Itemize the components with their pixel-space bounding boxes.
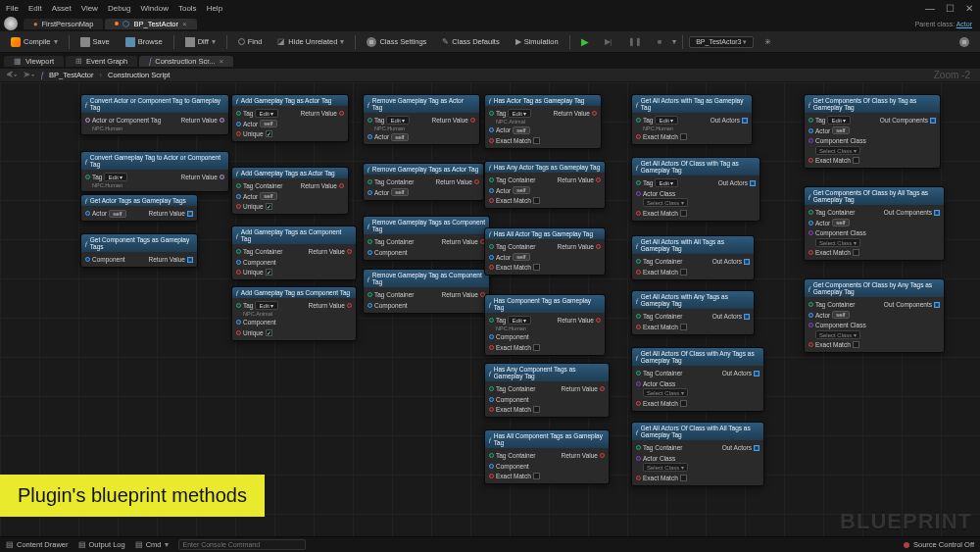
pin-row[interactable]: Tag ContainerOut Components [808,300,940,309]
blueprint-node[interactable]: fHas Component Tag as Gameplay TagTag Ed… [484,294,606,356]
cmd-label[interactable]: ▤Cmd▾ [135,540,169,549]
asset-tab-bp-testactor[interactable]: ⬡BP_TestActor × [105,19,196,29]
settings-button[interactable] [955,35,974,49]
pin-row[interactable]: Exact Match [489,196,601,205]
pin-row[interactable]: Unique [236,268,352,276]
pin-row[interactable]: Unique [236,202,344,211]
close-icon[interactable]: ✕ [962,3,976,14]
compile-button[interactable]: Compile▾ [6,35,63,49]
blueprint-node[interactable]: fHas All Actor Tag as Gameplay TagTag Co… [484,227,606,276]
pin-row[interactable]: Tag ContainerOut Components [808,208,940,217]
pin-row[interactable]: Component [236,258,352,267]
pin-row[interactable]: Tag ContainerOut Actors [636,443,760,452]
maximize-icon[interactable]: ☐ [943,3,956,14]
blueprint-node[interactable]: fAdd Gameplay Tags as Actor TagTag Conta… [231,167,349,215]
pin-row[interactable]: Actor Class [636,189,756,198]
pin-row[interactable]: Actor self [368,188,479,197]
pin-row[interactable]: Tag ContainerReturn Value [368,237,485,246]
save-button[interactable]: Save [75,35,115,49]
blueprint-node[interactable]: fConvert Gameplay Tag to Actor or Compon… [80,151,229,192]
pin-row[interactable]: Tag ContainerReturn Value [368,177,479,186]
source-control-button[interactable]: Source Control Off [904,540,974,549]
class-defaults-button[interactable]: ✎Class Defaults [437,35,504,48]
tab-construction-script[interactable]: fConstruction Scr...× [139,56,233,67]
browse-button[interactable]: Browse [121,35,168,49]
pin-row[interactable]: Tag ContainerReturn Value [236,247,352,256]
pin-row[interactable]: Exact Match [489,472,605,480]
tab-close-icon[interactable]: × [220,57,224,66]
pin-row[interactable]: Component Class [808,228,940,237]
pin-row[interactable]: Component [489,332,601,341]
pin-row[interactable]: Exact Match [636,399,760,408]
blueprint-node[interactable]: fGet Components Of Class by Any Tags as … [804,278,945,353]
locate-button[interactable]: ⛯ [760,35,777,48]
blueprint-node[interactable]: fGet All Actors with All Tags as Gamepla… [631,235,755,280]
pin-row[interactable]: Unique [236,328,352,337]
pin-row[interactable]: Component [236,318,352,326]
tab-event-graph[interactable]: ⊞Event Graph [66,56,137,67]
blueprint-node[interactable]: fGet Components Of Class by All Tags as … [804,186,945,261]
menu-edit[interactable]: Edit [28,4,42,13]
minimize-icon[interactable]: — [923,3,937,14]
hide-unrelated-button[interactable]: ◪Hide Unrelated▾ [272,35,349,48]
crumb-asset[interactable]: BP_TestActor [49,71,93,79]
pin-row[interactable]: Actor self [808,311,940,320]
menu-help[interactable]: Help [207,4,222,13]
pin-row[interactable]: Component [368,248,485,257]
tab-viewport[interactable]: ▦Viewport [4,56,64,67]
nav-back-icon[interactable]: ⮜▾ [6,71,18,79]
pin-row[interactable]: Component [368,301,485,310]
pin-row[interactable]: Actor self [808,219,940,227]
crumb-section[interactable]: Construction Script [108,71,170,79]
pin-row[interactable]: Exact Match [636,323,750,331]
pin-row[interactable]: Tag ContainerReturn Value [489,176,601,184]
pin-row[interactable]: Unique [236,129,344,138]
pin-row[interactable]: Exact Match [808,248,940,257]
pin-row[interactable]: Actor self [368,132,475,141]
blueprint-node[interactable]: fAdd Gameplay Tag as Component TagTag Ed… [231,286,357,341]
pin-row[interactable]: Actor self [489,186,601,195]
pin-row[interactable]: Actor Class [636,454,760,463]
blueprint-node[interactable]: fGet Component Tags as Gameplay TagsComp… [80,233,198,268]
pin-row[interactable]: Exact Match [636,268,750,276]
pin-row[interactable]: Tag Edit ▾Out Components [808,116,936,125]
pin-row[interactable]: Component [489,395,605,404]
pin-row[interactable]: Tag Edit ▾Out Actors [636,178,756,187]
pin-row[interactable]: Tag Edit ▾Return Value [236,301,352,310]
pin-row[interactable]: Tag Edit ▾Return Value [368,116,475,125]
pin-row[interactable]: Exact Match [489,343,601,352]
pin-row[interactable]: Tag ContainerOut Actors [636,257,750,266]
play-button[interactable]: ▶ [576,34,594,49]
nav-fwd-icon[interactable]: ⮞▾ [24,71,35,79]
pin-row[interactable]: Tag ContainerReturn Value [489,451,605,460]
menu-window[interactable]: Window [140,4,168,13]
blueprint-graph[interactable]: BLUEPRINT fConvert Actor or Component Ta… [0,82,980,536]
menu-asset[interactable]: Asset [52,4,72,13]
blueprint-node[interactable]: fAdd Gameplay Tags as Component TagTag C… [231,226,357,280]
pin-row[interactable]: Actor self [808,126,936,135]
pin-row[interactable]: Tag Edit ▾Return Value [489,316,601,325]
blueprint-node[interactable]: fGet All Actors Of Class with Tag as Gam… [631,157,760,222]
blueprint-node[interactable]: fRemove Gameplay Tags as Actor TagTag Co… [363,163,484,201]
unreal-logo-icon[interactable] [4,17,18,30]
blueprint-node[interactable]: fGet Actor Tags as Gameplay TagsActor se… [80,194,198,222]
pin-row[interactable]: Component [489,462,605,471]
find-button[interactable]: Find [233,35,268,48]
pin-row[interactable]: Exact Match [489,263,601,272]
pause-button[interactable]: ❚❚ [623,35,647,48]
blueprint-node[interactable]: fGet All Actors with Any Tags as Gamepla… [631,290,755,335]
blueprint-node[interactable]: fHas Any Actor Tags as Gameplay TagTag C… [484,161,606,209]
stop-button[interactable]: ■ [653,35,667,48]
asset-tab-firstpersonmap[interactable]: ●FirstPersonMap [24,19,103,29]
pin-row[interactable]: Component Class [808,321,940,329]
pin-row[interactable]: Tag ContainerOut Actors [636,312,750,321]
blueprint-node[interactable]: fAdd Gameplay Tag as Actor TagTag Edit ▾… [231,94,349,142]
pin-row[interactable]: Exact Match [636,474,760,482]
pin-row[interactable]: Tag ContainerReturn Value [368,290,485,299]
pin-row[interactable]: Actor self [489,253,601,262]
blueprint-node[interactable]: fHas Actor Tag as Gameplay TagTag Edit ▾… [484,94,602,149]
pin-row[interactable]: Tag ContainerOut Actors [636,369,760,377]
pin-row[interactable]: Actor selfReturn Value [85,209,193,218]
pin-row[interactable]: Tag Edit ▾Out Actors [636,116,748,125]
class-settings-button[interactable]: Class Settings [362,35,431,49]
